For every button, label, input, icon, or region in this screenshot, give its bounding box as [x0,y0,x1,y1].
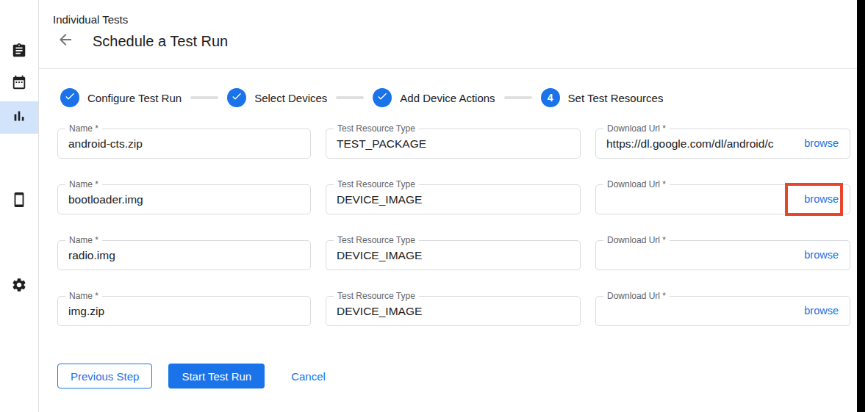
page-header: Individual Tests Schedule a Test Run [39,0,857,69]
start-test-run-button[interactable]: Start Test Run [168,364,265,388]
step-label: Configure Test Run [87,92,182,104]
clipboard-icon [11,43,27,62]
back-button[interactable] [57,32,74,50]
field-label: Name * [65,291,102,301]
calendar-icon [11,74,27,93]
url-field-row1[interactable]: Download Url * https://dl.google.com/dl/… [595,129,850,159]
field-label: Test Resource Type [334,291,419,301]
step-configure-test-run[interactable]: Configure Test Run [60,88,182,107]
arrow-back-icon [57,31,74,51]
app-window: Individual Tests Schedule a Test Run Con… [0,0,868,412]
field-label: Test Resource Type [334,179,419,189]
sidebar-nav [0,0,39,412]
stepper: Configure Test Run Select Devices Add De… [60,88,857,107]
step-connector [190,96,218,99]
field-label: Name * [65,179,102,189]
step-connector [504,96,532,99]
step-select-devices[interactable]: Select Devices [227,88,327,107]
sidebar-item-devices[interactable] [0,185,38,217]
sidebar-item-tests[interactable] [0,36,38,68]
check-icon [64,90,76,105]
field-label: Download Url * [603,235,670,245]
name-field-row1[interactable]: Name * android-cts.zip [57,129,311,159]
field-label: Download Url * [603,291,670,301]
field-label: Name * [65,235,102,245]
field-label: Download Url * [603,179,670,189]
step-label: Set Test Resources [568,92,664,104]
field-label: Test Resource Type [334,123,419,134]
step-add-device-actions[interactable]: Add Device Actions [373,88,495,107]
step-complete-circle [373,88,392,107]
test-resources-form: Name * android-cts.zip Test Resource Typ… [57,129,857,326]
url-field-row4[interactable]: Download Url * browse [595,296,850,326]
step-current-circle: 4 [541,88,560,107]
step-connector [336,96,364,99]
name-field-row2[interactable]: Name * bootloader.img [57,184,311,214]
main-content: Individual Tests Schedule a Test Run Con… [39,0,857,412]
field-label: Download Url * [603,123,670,134]
field-label: Name * [65,123,102,134]
step-number: 4 [548,92,553,104]
breadcrumb: Individual Tests [53,13,128,26]
check-icon [376,90,388,105]
sidebar-item-test-runs[interactable] [0,101,38,134]
browse-button-row2[interactable]: browse [793,185,850,214]
type-field-row2[interactable]: Test Resource Type DEVICE_IMAGE [326,184,581,214]
type-field-row1[interactable]: Test Resource Type TEST_PACKAGE [326,129,581,159]
smartphone-icon [11,192,27,211]
bar-chart-icon [11,108,27,127]
step-label: Add Device Actions [400,92,495,104]
browse-button-row3[interactable]: browse [793,241,850,270]
field-label: Test Resource Type [334,235,419,245]
name-field-row3[interactable]: Name * radio.img [57,240,311,270]
page-title: Schedule a Test Run [93,33,228,50]
action-bar: Previous Step Start Test Run Cancel [57,364,857,388]
step-complete-circle [227,88,246,107]
type-field-row3[interactable]: Test Resource Type DEVICE_IMAGE [326,240,581,270]
name-field-row4[interactable]: Name * img.zip [57,296,311,326]
sidebar-item-test-plans[interactable] [0,68,38,100]
step-label: Select Devices [254,92,327,104]
previous-step-button[interactable]: Previous Step [57,364,152,388]
step-complete-circle [60,88,79,107]
type-field-row4[interactable]: Test Resource Type DEVICE_IMAGE [326,296,581,326]
gear-icon [11,277,27,296]
sidebar-item-settings[interactable] [0,270,38,303]
check-icon [231,90,243,105]
step-set-test-resources[interactable]: 4 Set Test Resources [541,88,664,107]
url-field-row3[interactable]: Download Url * browse [595,240,850,270]
cancel-button[interactable]: Cancel [282,364,334,388]
screen-edge-black-bar [857,0,865,412]
url-field-row2[interactable]: Download Url * browse [595,184,850,214]
browse-button-row1[interactable]: browse [793,129,850,158]
browse-button-row4[interactable]: browse [793,297,850,325]
